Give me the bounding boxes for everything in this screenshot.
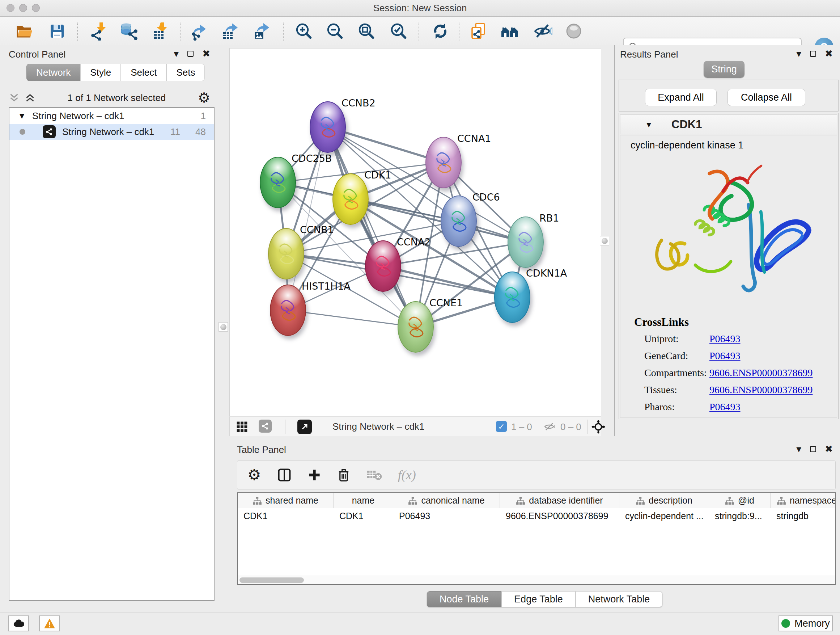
table-horizontal-scrollbar[interactable] <box>238 576 835 584</box>
detach-view-button[interactable] <box>297 420 312 434</box>
crosslink-value-link[interactable]: 9606.ENSP00000378699 <box>709 384 813 396</box>
column-header-namespace[interactable]: namespace <box>771 493 836 508</box>
left-splitter-handle[interactable] <box>218 322 228 332</box>
network-node-HIST1H1A[interactable] <box>270 285 306 336</box>
results-panel-menu-arrow[interactable]: ▼ <box>796 50 801 57</box>
column-header-database-identifier[interactable]: database identifier <box>500 493 619 508</box>
control-panel-menu-arrow[interactable]: ▼ <box>174 50 179 57</box>
memory-status-dot-icon <box>782 619 790 628</box>
network-view-toolbar: String Network – cdk1 ✓ 1 – 0 0 – 0 <box>229 416 601 436</box>
collapse-all-button[interactable]: Collapse All <box>728 89 805 106</box>
expand-all-icon[interactable] <box>25 92 35 103</box>
zoom-in-button[interactable] <box>294 21 314 41</box>
crosslink-value-link[interactable]: P06493 <box>709 401 741 413</box>
fit-selected-button[interactable] <box>592 420 605 435</box>
create-column-button[interactable] <box>308 468 321 482</box>
toolbar-separator <box>418 22 419 41</box>
table-body: CDK1CDK1P064939606.ENSP00000378699cyclin… <box>238 508 835 524</box>
memory-button[interactable]: Memory <box>778 616 833 631</box>
network-view-canvas[interactable]: CCNB2 CCNA1 CDC25B CDK1 CDC6 RB1 CCNB1 C… <box>229 48 601 416</box>
memory-label: Memory <box>794 618 830 629</box>
tab-select[interactable]: Select <box>121 64 166 81</box>
import-network-from-file-button[interactable] <box>88 21 108 41</box>
collapse-all-icon[interactable] <box>9 92 19 103</box>
selected-nodes-checkbox[interactable]: ✓ <box>496 421 507 432</box>
table-panel-menu-arrow[interactable]: ▼ <box>796 445 801 453</box>
network-node-CDKN1A[interactable] <box>494 272 531 323</box>
expand-all-button[interactable]: Expand All <box>645 89 717 106</box>
results-panel-float-icon[interactable] <box>810 51 816 57</box>
table-panel-title: Table Panel <box>237 444 286 455</box>
tab-style[interactable]: Style <box>80 64 121 81</box>
hide-selected-button[interactable] <box>533 21 553 41</box>
crosslink-value-link[interactable]: 9606.ENSP00000378699 <box>709 367 813 379</box>
warning-status-button[interactable] <box>39 616 60 631</box>
table-panel-float-icon[interactable] <box>810 446 816 452</box>
tab-edge-table[interactable]: Edge Table <box>501 591 576 607</box>
table-panel-close-icon[interactable]: ✖ <box>825 444 833 454</box>
update-network-button[interactable] <box>430 21 450 41</box>
results-panel-close-icon[interactable]: ✖ <box>825 49 833 58</box>
delete-column-button[interactable] <box>337 468 350 482</box>
first-neighbors-button[interactable] <box>500 21 520 41</box>
clone-network-button[interactable] <box>469 21 489 41</box>
show-columns-button[interactable] <box>277 468 292 482</box>
window-minimize-button[interactable] <box>19 4 27 12</box>
window-close-button[interactable] <box>6 4 14 12</box>
network-node-CCNB1[interactable] <box>268 228 304 279</box>
network-node-CDC6[interactable] <box>441 195 477 247</box>
crosslink-value-link[interactable]: P06493 <box>709 350 741 362</box>
network-node-CCNA2[interactable] <box>365 241 401 292</box>
column-header-canonical-name[interactable]: canonical name <box>393 493 500 508</box>
network-node-RB1[interactable] <box>508 217 544 268</box>
tab-node-table[interactable]: Node Table <box>427 591 501 607</box>
zoom-fit-content-button[interactable] <box>356 21 377 41</box>
column-header--id[interactable]: @id <box>709 493 771 508</box>
function-builder-button[interactable]: f(x) <box>398 467 416 483</box>
network-badge-icon[interactable] <box>259 420 272 432</box>
export-image-button[interactable] <box>252 21 272 41</box>
save-session-button[interactable] <box>47 21 67 41</box>
gene-section-header[interactable]: ▼ CDK1 <box>620 114 837 134</box>
open-session-button[interactable] <box>14 21 35 41</box>
crosslink-value-link[interactable]: P06493 <box>709 333 741 345</box>
network-node-CCNB2[interactable] <box>309 101 346 153</box>
collection-expand-triangle-icon[interactable]: ▼ <box>19 112 24 119</box>
control-panel-float-icon[interactable] <box>187 51 194 57</box>
window-maximize-button[interactable] <box>32 4 40 12</box>
zoom-out-icon <box>325 22 344 41</box>
table-options-gear-button[interactable]: ⚙ <box>248 467 261 483</box>
results-buttons-box: Expand All Collapse All <box>619 80 838 111</box>
control-panel-close-icon[interactable]: ✖ <box>202 49 210 58</box>
network-node-CCNE1[interactable] <box>398 301 434 353</box>
import-table-from-file-button[interactable] <box>150 21 171 41</box>
tab-string[interactable]: String <box>704 61 745 78</box>
network-collection-row[interactable]: ▼ String Network – cdk1 1 <box>9 108 214 124</box>
gene-description: cyclin-dependent kinase 1 <box>630 140 744 151</box>
network-node-CCNA1[interactable] <box>425 137 462 188</box>
import-network-from-database-button[interactable] <box>118 21 139 41</box>
export-table-button[interactable] <box>220 21 240 41</box>
grid-view-button[interactable] <box>236 421 248 434</box>
tab-sets[interactable]: Sets <box>166 64 205 81</box>
show-all-button[interactable] <box>564 21 584 41</box>
delete-table-button[interactable] <box>366 469 382 481</box>
network-options-gear-icon[interactable]: ⚙ <box>198 91 210 105</box>
gene-collapse-triangle-icon[interactable]: ▼ <box>646 121 651 128</box>
tab-network-table[interactable]: Network Table <box>576 591 663 607</box>
tab-network[interactable]: Network <box>27 64 80 81</box>
network-node-CDK1[interactable] <box>332 173 369 225</box>
column-header-description[interactable]: description <box>619 493 709 508</box>
table-row[interactable]: CDK1CDK1P064939606.ENSP00000378699cyclin… <box>238 508 835 524</box>
export-network-button[interactable] <box>189 21 210 41</box>
zoom-selected-button[interactable] <box>388 21 409 41</box>
cloud-status-button[interactable] <box>8 616 29 631</box>
scrollbar-thumb[interactable] <box>240 578 304 583</box>
column-header-name[interactable]: name <box>333 493 393 508</box>
network-row-selected[interactable]: String Network – cdk1 11 48 <box>9 124 214 140</box>
zoom-out-button[interactable] <box>325 21 345 41</box>
export-image-icon <box>253 22 271 41</box>
network-node-CDC25B[interactable] <box>260 157 296 208</box>
column-header-shared-name[interactable]: shared name <box>238 493 333 508</box>
right-splitter-handle[interactable] <box>600 236 609 245</box>
